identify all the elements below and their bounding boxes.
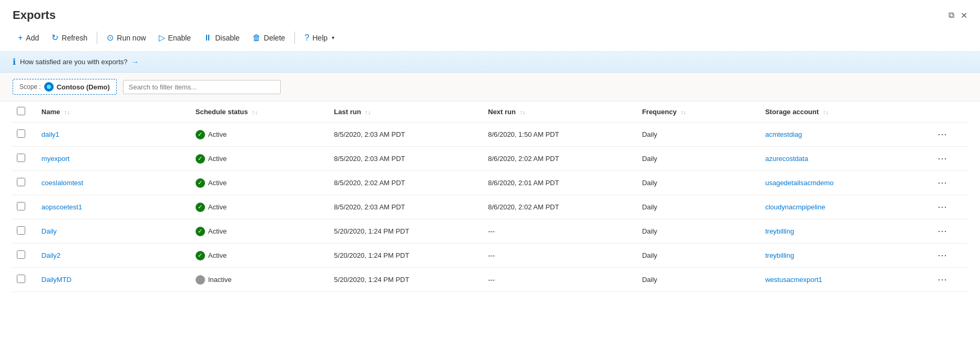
delete-button[interactable]: 🗑 Delete — [247, 30, 290, 46]
row-nextrun-6: --- — [484, 268, 638, 292]
row-actions-6: ··· — [931, 268, 967, 292]
row-checkbox-cell — [13, 123, 37, 147]
row-name-6[interactable]: DailyMTD — [37, 268, 191, 292]
storage-link-4[interactable]: treybilling — [765, 227, 794, 235]
disable-button[interactable]: ⏸ Disable — [198, 30, 245, 46]
row-name-5[interactable]: Daily2 — [37, 244, 191, 268]
more-actions-button-5[interactable]: ··· — [935, 249, 951, 262]
row-lastrun-2: 8/5/2020, 2:02 AM PDT — [330, 171, 484, 195]
row-storage-2: usagedetailsacmdemo — [761, 171, 930, 195]
run-now-button[interactable]: ⊙ Run now — [101, 29, 151, 46]
row-nextrun-3: 8/6/2020, 2:02 AM PDT — [484, 195, 638, 219]
row-name-4[interactable]: Daily — [37, 219, 191, 244]
row-actions-2: ··· — [931, 171, 967, 195]
sort-freq-icon[interactable]: ↑↓ — [681, 109, 687, 115]
search-input[interactable] — [123, 80, 281, 94]
row-checkbox-5[interactable] — [17, 250, 25, 259]
column-header-nextrun: Next run ↑↓ — [484, 102, 638, 123]
row-actions-5: ··· — [931, 244, 967, 268]
row-status-4: ✓ Active — [191, 219, 330, 244]
row-checkbox-4[interactable] — [17, 226, 25, 235]
table-container: Name ↑↓ Schedule status ↑↓ Last run ↑↓ N… — [0, 102, 980, 292]
row-lastrun-4: 5/20/2020, 1:24 PM PDT — [330, 219, 484, 244]
more-actions-button-4[interactable]: ··· — [935, 225, 951, 238]
row-lastrun-5: 5/20/2020, 1:24 PM PDT — [330, 244, 484, 268]
row-checkbox-cell — [13, 147, 37, 171]
row-nextrun-0: 8/6/2020, 1:50 AM PDT — [484, 123, 638, 147]
sort-storage-icon[interactable]: ↑↓ — [823, 109, 829, 115]
storage-link-1[interactable]: azurecostdata — [765, 155, 808, 163]
row-status-1: ✓ Active — [191, 147, 330, 171]
table-row: daily1 ✓ Active 8/5/2020, 2:03 AM PDT 8/… — [13, 123, 967, 147]
add-icon: + — [18, 33, 23, 43]
check-icon: ✓ — [198, 253, 202, 258]
storage-link-2[interactable]: usagedetailsacmdemo — [765, 179, 833, 187]
delete-icon: 🗑 — [252, 33, 261, 43]
restore-icon[interactable]: ⧉ — [948, 11, 954, 20]
storage-link-6[interactable]: westusacmexport1 — [765, 276, 822, 284]
row-frequency-6: Daily — [638, 268, 761, 292]
status-label: Active — [208, 130, 227, 138]
row-actions-1: ··· — [931, 147, 967, 171]
page-title: Exports — [13, 8, 56, 22]
more-actions-button-3[interactable]: ··· — [935, 200, 951, 214]
sort-status-icon[interactable]: ↑↓ — [252, 109, 258, 115]
row-checkbox-0[interactable] — [17, 129, 25, 138]
column-header-actions — [931, 102, 967, 123]
row-checkbox-2[interactable] — [17, 178, 25, 186]
close-icon[interactable]: ✕ — [961, 11, 967, 21]
scope-name: Contoso (Demo) — [57, 83, 110, 91]
row-checkbox-cell — [13, 195, 37, 219]
more-actions-button-1[interactable]: ··· — [935, 152, 951, 165]
help-button[interactable]: ? Help ▾ — [299, 30, 340, 46]
enable-button[interactable]: ▷ Enable — [154, 29, 197, 46]
info-banner: ℹ How satisfied are you with exports? → — [0, 52, 980, 73]
scope-selector[interactable]: Scope : Contoso (Demo) — [13, 79, 117, 95]
disable-icon: ⏸ — [203, 33, 212, 43]
row-frequency-0: Daily — [638, 123, 761, 147]
info-arrow-link[interactable]: → — [131, 58, 138, 66]
row-storage-4: treybilling — [761, 219, 930, 244]
window-controls: ⧉ ✕ — [948, 11, 967, 21]
row-name-1[interactable]: myexport — [37, 147, 191, 171]
status-dot: ✓ — [196, 251, 205, 260]
row-name-3[interactable]: aopscoetest1 — [37, 195, 191, 219]
more-actions-button-0[interactable]: ··· — [935, 128, 951, 141]
row-status-6: Inactive — [191, 268, 330, 292]
scope-icon — [44, 82, 54, 92]
status-dot: ✓ — [196, 130, 205, 139]
row-storage-5: treybilling — [761, 244, 930, 268]
chevron-down-icon: ▾ — [332, 35, 334, 41]
column-header-storage: Storage account ↑↓ — [761, 102, 930, 123]
sort-name-icon[interactable]: ↑↓ — [64, 109, 70, 115]
column-header-status: Schedule status ↑↓ — [191, 102, 330, 123]
row-nextrun-1: 8/6/2020, 2:02 AM PDT — [484, 147, 638, 171]
more-actions-button-6[interactable]: ··· — [935, 273, 951, 286]
add-button[interactable]: + Add — [13, 30, 44, 46]
row-checkbox-6[interactable] — [17, 275, 25, 283]
column-header-lastrun: Last run ↑↓ — [330, 102, 484, 123]
storage-link-0[interactable]: acmtestdiag — [765, 130, 802, 138]
check-icon: ✓ — [198, 132, 202, 137]
select-all-checkbox[interactable] — [17, 107, 25, 115]
row-checkbox-cell — [13, 244, 37, 268]
row-status-3: ✓ Active — [191, 195, 330, 219]
more-actions-button-2[interactable]: ··· — [935, 176, 951, 189]
storage-link-3[interactable]: cloudynacmpipeline — [765, 203, 825, 211]
row-name-2[interactable]: coeslalomtest — [37, 171, 191, 195]
row-checkbox-3[interactable] — [17, 202, 25, 210]
row-checkbox-cell — [13, 171, 37, 195]
row-name-0[interactable]: daily1 — [37, 123, 191, 147]
status-label: Active — [208, 227, 227, 235]
refresh-button[interactable]: ↻ Refresh — [46, 29, 93, 46]
storage-link-5[interactable]: treybilling — [765, 251, 794, 259]
status-dot: ✓ — [196, 203, 205, 212]
column-header-name: Name ↑↓ — [37, 102, 191, 123]
sort-lastrun-icon[interactable]: ↑↓ — [365, 109, 371, 115]
row-checkbox-1[interactable] — [17, 154, 25, 162]
row-frequency-4: Daily — [638, 219, 761, 244]
table-row: Daily ✓ Active 5/20/2020, 1:24 PM PDT --… — [13, 219, 967, 244]
sort-nextrun-icon[interactable]: ↑↓ — [520, 109, 526, 115]
status-label: Active — [208, 203, 227, 211]
filter-row: Scope : Contoso (Demo) — [0, 73, 980, 102]
